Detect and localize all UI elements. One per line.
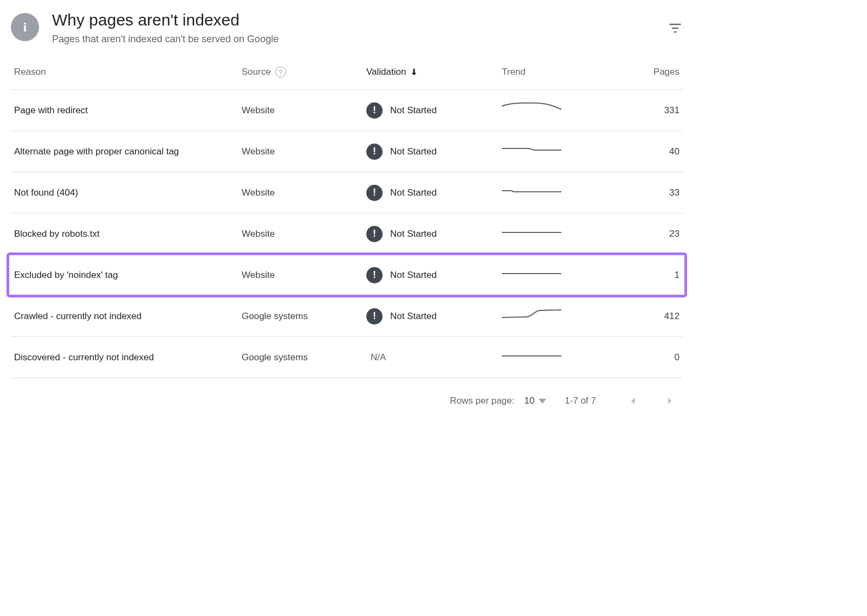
cell-source: Website <box>242 187 366 198</box>
validation-status: Not Started <box>390 187 437 198</box>
cell-pages: 23 <box>594 229 680 239</box>
dropdown-icon <box>539 399 546 404</box>
cell-source: Website <box>242 229 366 239</box>
table-row[interactable]: Blocked by robots.txtWebsite!Not Started… <box>11 213 683 255</box>
sparkline-icon <box>502 143 561 157</box>
next-page-button[interactable] <box>662 393 677 408</box>
sparkline-icon <box>502 102 561 116</box>
section-header: i Why pages aren't indexed Pages that ar… <box>11 11 683 45</box>
cell-pages: 40 <box>594 146 680 157</box>
col-header-reason[interactable]: Reason <box>14 67 242 77</box>
sparkline-icon <box>502 267 561 281</box>
cell-validation: !Not Started <box>366 226 502 242</box>
cell-validation: !Not Started <box>366 144 502 160</box>
cell-pages: 33 <box>594 187 680 198</box>
cell-source: Website <box>242 270 366 281</box>
table-row[interactable]: Crawled - currently not indexedGoogle sy… <box>11 296 683 337</box>
cell-reason: Alternate page with proper canonical tag <box>14 145 242 158</box>
cell-pages: 331 <box>594 105 680 116</box>
table-row[interactable]: Page with redirectWebsite!Not Started331 <box>11 90 683 131</box>
validation-status: Not Started <box>390 270 437 281</box>
cell-validation: !Not Started <box>366 185 502 201</box>
cell-source: Website <box>242 105 366 116</box>
table-footer: Rows per page: 10 1-7 of 7 <box>11 378 683 408</box>
cell-trend <box>502 102 594 119</box>
cell-validation: !Not Started <box>366 267 502 283</box>
validation-status: Not Started <box>390 105 437 116</box>
cell-source: Google systems <box>242 311 366 322</box>
alert-icon: ! <box>366 267 383 283</box>
alert-icon: ! <box>366 308 383 325</box>
cell-reason: Excluded by 'noindex' tag <box>14 269 242 282</box>
section-subtitle: Pages that aren't indexed can't be serve… <box>52 34 655 45</box>
alert-icon: ! <box>366 144 383 160</box>
cell-pages: 1 <box>594 270 680 281</box>
cell-trend <box>502 308 594 325</box>
rows-per-page-select[interactable]: 10 <box>524 395 546 406</box>
col-header-validation-label: Validation <box>366 67 406 77</box>
validation-status: Not Started <box>390 229 437 239</box>
cell-source: Google systems <box>242 352 366 363</box>
cell-reason: Not found (404) <box>14 186 242 199</box>
pagination-range: 1-7 of 7 <box>565 395 596 406</box>
cell-trend <box>502 225 594 242</box>
cell-reason: Discovered - currently not indexed <box>14 351 242 364</box>
filter-icon[interactable] <box>668 21 683 36</box>
validation-na: N/A <box>371 352 386 363</box>
cell-validation: !Not Started <box>366 102 502 119</box>
sparkline-icon <box>502 349 561 363</box>
alert-icon: ! <box>366 102 383 119</box>
col-header-source-label: Source <box>242 67 271 77</box>
cell-trend <box>502 143 594 160</box>
table-row[interactable]: Excluded by 'noindex' tagWebsite!Not Sta… <box>11 255 683 296</box>
table-row[interactable]: Discovered - currently not indexedGoogle… <box>11 337 683 378</box>
cell-trend <box>502 184 594 201</box>
cell-source: Website <box>242 146 366 157</box>
col-header-pages[interactable]: Pages <box>594 67 680 77</box>
col-header-trend[interactable]: Trend <box>502 67 594 77</box>
cell-validation: !Not Started <box>366 308 502 325</box>
table-header: Reason Source ? Validation Trend Pages <box>11 67 683 90</box>
section-title: Why pages aren't indexed <box>52 11 655 29</box>
cell-pages: 412 <box>594 311 680 322</box>
help-icon[interactable]: ? <box>275 67 286 77</box>
table-row[interactable]: Alternate page with proper canonical tag… <box>11 131 683 172</box>
alert-icon: ! <box>366 226 383 242</box>
col-header-source[interactable]: Source ? <box>242 67 366 77</box>
validation-status: Not Started <box>390 311 437 322</box>
sparkline-icon <box>502 308 561 322</box>
prev-page-button[interactable] <box>625 393 640 408</box>
cell-validation: N/A <box>366 352 502 363</box>
cell-trend <box>502 267 594 283</box>
cell-pages: 0 <box>594 352 680 363</box>
cell-reason: Blocked by robots.txt <box>14 228 242 241</box>
validation-status: Not Started <box>390 146 437 157</box>
rows-per-page-value: 10 <box>524 395 534 406</box>
col-header-validation[interactable]: Validation <box>366 67 502 77</box>
reasons-table: Reason Source ? Validation Trend Pages P… <box>11 67 683 378</box>
cell-trend <box>502 349 594 366</box>
alert-icon: ! <box>366 185 383 201</box>
sort-desc-icon <box>409 67 419 77</box>
sparkline-icon <box>502 225 561 239</box>
cell-reason: Crawled - currently not indexed <box>14 310 242 323</box>
sparkline-icon <box>502 184 561 198</box>
rows-per-page-label: Rows per page: <box>450 395 514 406</box>
cell-reason: Page with redirect <box>14 104 242 117</box>
info-icon: i <box>11 13 39 41</box>
table-row[interactable]: Not found (404)Website!Not Started33 <box>11 172 683 213</box>
